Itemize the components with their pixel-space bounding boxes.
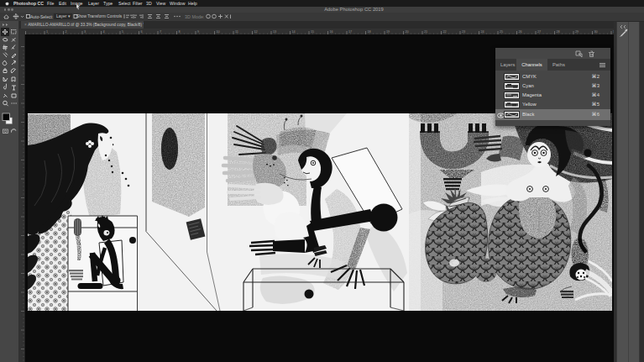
svg-text:3: 3 — [84, 30, 86, 34]
svg-text:12: 12 — [254, 30, 258, 34]
svg-text:13: 13 — [273, 30, 276, 34]
svg-text:20: 20 — [406, 30, 409, 34]
svg-text:4: 4 — [103, 30, 105, 34]
svg-text:25: 25 — [500, 30, 503, 34]
svg-text:27: 27 — [537, 30, 541, 34]
svg-text:2: 2 — [65, 30, 67, 34]
svg-text:28: 28 — [557, 30, 560, 34]
svg-text:10: 10 — [217, 30, 220, 34]
svg-text:17: 17 — [348, 30, 352, 34]
svg-text:9: 9 — [197, 30, 199, 34]
svg-text:29: 29 — [575, 30, 579, 34]
svg-text:15: 15 — [311, 30, 314, 34]
svg-text:24: 24 — [481, 30, 484, 34]
svg-text:19: 19 — [386, 30, 390, 34]
svg-text:18: 18 — [368, 30, 371, 34]
svg-text:23: 23 — [462, 30, 465, 34]
svg-text:21: 21 — [424, 30, 427, 34]
svg-text:26: 26 — [519, 30, 522, 34]
svg-text:6: 6 — [141, 30, 143, 34]
svg-text:7: 7 — [160, 30, 161, 34]
svg-text:5: 5 — [122, 30, 123, 34]
svg-text:14: 14 — [292, 30, 296, 34]
svg-text:30: 30 — [594, 30, 598, 34]
svg-text:3D Mode:: 3D Mode: — [185, 14, 204, 19]
svg-text:22: 22 — [443, 30, 447, 34]
svg-text:16: 16 — [330, 30, 333, 34]
svg-text:11: 11 — [235, 30, 238, 34]
svg-text:1: 1 — [46, 30, 48, 34]
svg-text:8: 8 — [179, 30, 181, 34]
